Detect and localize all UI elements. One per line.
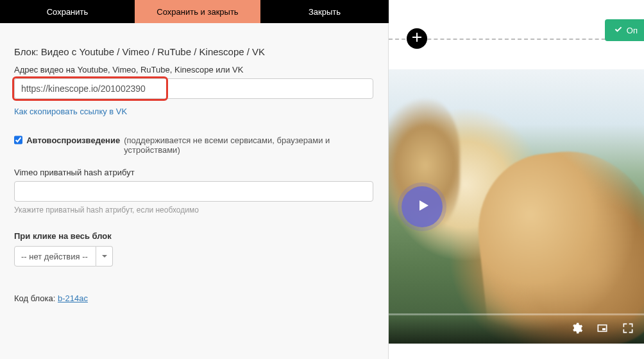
vk-help-link[interactable]: Как скопировать ссылку в VK xyxy=(14,107,127,116)
onclick-select-value: -- нет действия -- xyxy=(21,252,88,261)
settings-panel: Сохранить Сохранить и закрыть Закрыть Бл… xyxy=(0,0,389,359)
block-code-link[interactable]: b-214ac xyxy=(58,293,88,303)
video-pip-button[interactable] xyxy=(595,322,609,337)
preview-bottom-gap xyxy=(389,344,644,359)
autoplay-hint: (поддерживается не всеми сервисами, брау… xyxy=(124,136,374,155)
onclick-label: При клике на весь блок xyxy=(14,231,374,241)
vimeo-hash-label: Vimeo приватный hash атрибут xyxy=(14,168,374,177)
video-controls xyxy=(389,315,644,344)
check-icon xyxy=(614,25,623,36)
publish-button[interactable]: Оп xyxy=(605,19,644,41)
video-play-button[interactable] xyxy=(402,186,443,227)
publish-button-label: Оп xyxy=(627,26,638,35)
vimeo-hash-input[interactable] xyxy=(14,181,373,202)
video-url-input[interactable] xyxy=(14,78,373,99)
gear-icon xyxy=(570,322,583,337)
chevron-down-icon xyxy=(101,252,108,261)
save-button[interactable]: Сохранить xyxy=(0,0,135,23)
video-fullscreen-button[interactable] xyxy=(621,322,635,337)
add-block-button[interactable] xyxy=(407,28,427,49)
pip-icon xyxy=(596,322,609,337)
block-code-label: Код блока: xyxy=(14,293,55,303)
video-player[interactable] xyxy=(389,69,644,344)
onclick-select-caret[interactable] xyxy=(96,246,113,267)
onclick-select[interactable]: -- нет действия -- xyxy=(14,246,96,267)
autoplay-checkbox[interactable] xyxy=(14,136,22,144)
autoplay-label: Автовоспроизведение xyxy=(26,136,120,145)
close-button[interactable]: Закрыть xyxy=(260,0,389,23)
plus-icon xyxy=(412,32,422,45)
preview-top-area: Оп xyxy=(389,0,644,69)
fullscreen-icon xyxy=(622,322,634,337)
panel-toolbar: Сохранить Сохранить и закрыть Закрыть xyxy=(0,0,388,23)
vimeo-hash-hint: Укажите приватный hash атрибут, если нео… xyxy=(14,206,374,215)
page-preview: Оп xyxy=(389,0,644,359)
save-and-close-button[interactable]: Сохранить и закрыть xyxy=(135,0,260,23)
block-title: Блок: Видео с Youtube / Vimeo / RuTube /… xyxy=(14,46,374,57)
play-icon xyxy=(413,198,431,216)
video-settings-button[interactable] xyxy=(570,322,584,337)
video-url-label: Адрес видео на Youtube, Vimeo, RuTube, K… xyxy=(14,65,374,74)
